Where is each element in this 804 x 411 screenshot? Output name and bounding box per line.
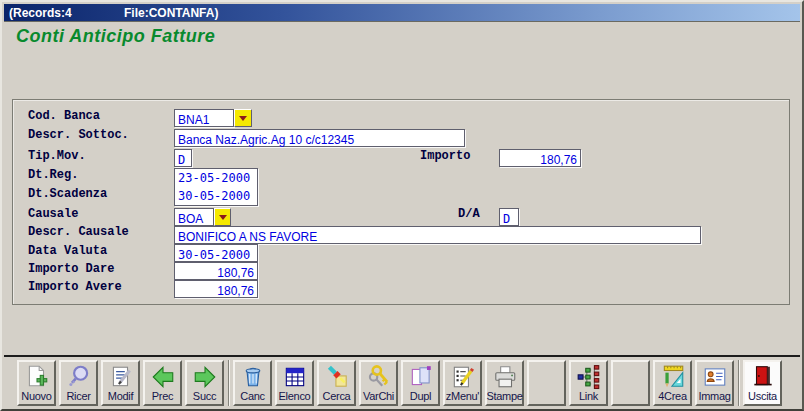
tip-mov-input[interactable] bbox=[175, 152, 191, 168]
edit-page-icon bbox=[108, 363, 134, 390]
cod-banca-input[interactable] bbox=[175, 112, 233, 128]
importo-label: Importo bbox=[420, 148, 470, 165]
cerca-button[interactable]: Cerca bbox=[317, 360, 356, 406]
tip-mov-field-box bbox=[174, 149, 192, 167]
nuovo-button[interactable]: Nuovo bbox=[17, 360, 56, 406]
dt-reg-label: Dt.Reg. bbox=[28, 167, 78, 184]
prec-button[interactable]: Prec bbox=[143, 360, 182, 406]
uscita-button[interactable]: Uscita bbox=[743, 360, 782, 406]
cod-banca-label: Cod. Banca bbox=[28, 108, 100, 125]
zmenu-button[interactable]: zMenu' bbox=[443, 360, 482, 406]
table-icon bbox=[282, 363, 308, 390]
org-chart-icon bbox=[576, 363, 602, 390]
cod-banca-dropdown-button[interactable] bbox=[234, 109, 252, 127]
d-a-field-box bbox=[499, 208, 519, 226]
arrow-right-icon bbox=[192, 363, 218, 390]
descr-sottoc-label: Descr. Sottoc. bbox=[28, 127, 129, 144]
keys-icon bbox=[366, 363, 392, 390]
causale-input[interactable] bbox=[175, 211, 213, 227]
dupl-button[interactable]: Dupl bbox=[401, 360, 440, 406]
importo-dare-input[interactable] bbox=[175, 265, 257, 281]
printer-icon bbox=[492, 363, 518, 390]
importo-field-box bbox=[499, 149, 581, 167]
tip-mov-label: Tip.Mov. bbox=[28, 148, 86, 165]
varchi-button[interactable]: VarChi bbox=[359, 360, 398, 406]
elenco-button[interactable]: Elenco bbox=[275, 360, 314, 406]
link-button[interactable]: Link bbox=[569, 360, 608, 406]
magnifier-icon bbox=[66, 363, 92, 390]
causale-dropdown-button[interactable] bbox=[214, 208, 231, 226]
modif-button[interactable]: Modif bbox=[101, 360, 140, 406]
stampe-button[interactable]: Stampe bbox=[485, 360, 524, 406]
dates-field-box bbox=[174, 168, 258, 206]
menu-pencil-icon bbox=[450, 363, 476, 390]
arrow-left-icon bbox=[150, 363, 176, 390]
dt-reg-input[interactable] bbox=[175, 169, 257, 187]
contact-card-icon bbox=[702, 363, 728, 390]
cod-banca-field-box bbox=[174, 109, 234, 127]
ricer-button[interactable]: Ricer bbox=[59, 360, 98, 406]
importo-avere-field-box bbox=[174, 280, 258, 298]
data-valuta-input[interactable] bbox=[175, 247, 257, 263]
importo-dare-label: Importo Dare bbox=[28, 261, 114, 278]
flashlight-icon bbox=[324, 363, 350, 390]
succ-button[interactable]: Succ bbox=[185, 360, 224, 406]
immag-button[interactable]: Immag bbox=[695, 360, 734, 406]
causale-label: Causale bbox=[28, 206, 78, 223]
dt-scadenza-input[interactable] bbox=[175, 187, 257, 205]
importo-input[interactable] bbox=[500, 152, 580, 168]
page-title: Conti Anticipo Fatture bbox=[16, 26, 215, 47]
new-record-icon bbox=[24, 363, 50, 390]
importo-avere-input[interactable] bbox=[175, 283, 257, 299]
toolbar: Nuovo Ricer Mo bbox=[4, 355, 800, 407]
trash-icon bbox=[240, 363, 266, 390]
blank-button-1[interactable] bbox=[527, 360, 566, 406]
exit-door-icon bbox=[750, 363, 776, 390]
file-name: File:CONTANFA) bbox=[124, 6, 218, 20]
dropdown-arrow-icon bbox=[239, 116, 247, 121]
blank-button-2[interactable] bbox=[611, 360, 650, 406]
toolbar-separator bbox=[738, 360, 740, 406]
toolbar-separator bbox=[228, 360, 230, 406]
descr-sottoc-field-box bbox=[174, 129, 465, 147]
descr-sottoc-input[interactable] bbox=[175, 132, 464, 148]
title-bar: (Records:4 File:CONTANFA) bbox=[4, 4, 800, 22]
app-window: (Records:4 File:CONTANFA) Conti Anticipo… bbox=[0, 0, 804, 411]
descr-causale-label: Descr. Causale bbox=[28, 224, 129, 241]
data-valuta-label: Data Valuta bbox=[28, 243, 107, 260]
causale-field-box bbox=[174, 208, 214, 226]
dt-scadenza-label: Dt.Scadenza bbox=[28, 186, 107, 203]
drawing-tools-icon bbox=[660, 363, 686, 390]
descr-causale-input[interactable] bbox=[175, 229, 700, 245]
descr-causale-field-box bbox=[174, 226, 701, 244]
records-count: (Records:4 bbox=[9, 6, 72, 20]
importo-dare-field-box bbox=[174, 262, 258, 280]
duplicate-icon bbox=[408, 363, 434, 390]
dropdown-arrow-icon bbox=[219, 215, 227, 220]
importo-avere-label: Importo Avere bbox=[28, 279, 122, 296]
canc-button[interactable]: Canc bbox=[233, 360, 272, 406]
data-valuta-field-box bbox=[174, 244, 258, 262]
crea4-button[interactable]: 4Crea bbox=[653, 360, 692, 406]
d-a-input[interactable] bbox=[500, 211, 518, 227]
d-a-label: D/A bbox=[458, 206, 480, 223]
